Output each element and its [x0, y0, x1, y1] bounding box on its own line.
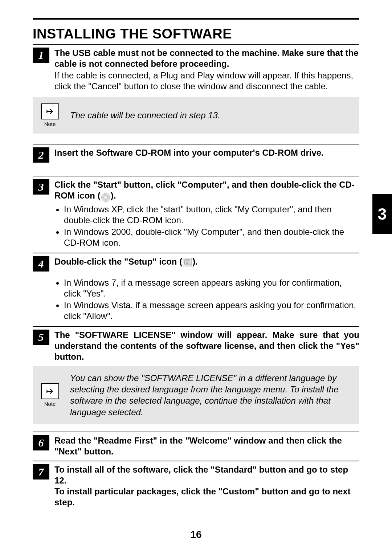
- note-icon-wrap: Note: [40, 383, 60, 407]
- step-number: 7: [33, 464, 49, 479]
- step-4: 4 Double-click the "Setup" icon (). In W…: [33, 256, 359, 322]
- step-heading: Click the "Start" button, click "Compute…: [54, 179, 359, 202]
- step-bullets: In Windows 7, if a message screen appear…: [54, 277, 359, 322]
- section-rule: [33, 253, 359, 253]
- section-rule: [33, 144, 359, 144]
- bullet-item: In Windows 7, if a message screen appear…: [64, 277, 359, 299]
- page-number: 16: [0, 529, 392, 540]
- bullet-item: In Windows XP, click the "start" button,…: [64, 204, 359, 226]
- note-pointer-icon: [41, 383, 59, 399]
- note-icon-wrap: Note: [40, 103, 60, 127]
- note-text: You can show the "SOFTWARE LICENSE" in a…: [70, 372, 352, 418]
- bullet-item: In Windows 2000, double-click "My Comput…: [64, 227, 359, 248]
- step-heading: Insert the Software CD-ROM into your com…: [54, 147, 359, 158]
- step-3: 3 Click the "Start" button, click "Compu…: [33, 179, 359, 249]
- step-7: 7 To install all of the software, click …: [33, 464, 359, 508]
- section-rule: [33, 326, 359, 327]
- step-number: 1: [33, 48, 49, 63]
- step-heading-text-a: Double-click the "Setup" icon (: [54, 257, 182, 266]
- note-label: Note: [40, 401, 60, 407]
- step-number: 3: [33, 179, 49, 195]
- section-rule: [33, 44, 359, 45]
- step-heading: The USB cable must not be connected to t…: [54, 48, 359, 69]
- section-rule: [33, 432, 359, 432]
- page-title: INSTALLING THE SOFTWARE: [33, 26, 359, 42]
- step-5: 5 The "SOFTWARE LICENSE" window will app…: [33, 330, 359, 362]
- step-number: 4: [33, 256, 49, 272]
- cd-rom-icon: [101, 193, 110, 202]
- step-heading-text-b: ).: [192, 257, 198, 266]
- manual-page: INSTALLING THE SOFTWARE 1 The USB cable …: [0, 0, 392, 555]
- note-box: Note You can show the "SOFTWARE LICENSE"…: [33, 366, 359, 424]
- step-number: 5: [33, 330, 49, 345]
- step-heading-text-a: Click the "Start" button, click "Compute…: [54, 180, 355, 200]
- bullet-item: In Windows Vista, if a message screen ap…: [64, 300, 359, 322]
- step-heading: The "SOFTWARE LICENSE" window will appea…: [54, 330, 359, 362]
- section-rule: [33, 176, 359, 176]
- step-1: 1 The USB cable must not be connected to…: [33, 48, 359, 92]
- step-heading: Read the "Readme First" in the "Welcome"…: [54, 435, 359, 457]
- step-number: 6: [33, 435, 49, 450]
- step-subtext: If the cable is connected, a Plug and Pl…: [54, 70, 359, 92]
- top-rule: [33, 18, 359, 20]
- setup-icon: [183, 258, 192, 266]
- step-number: 2: [33, 147, 49, 163]
- step-heading-text-b: ).: [111, 191, 116, 200]
- chapter-tab: 3: [372, 194, 392, 234]
- note-label: Note: [40, 121, 60, 127]
- step-heading: Double-click the "Setup" icon ().: [54, 256, 359, 267]
- svg-point-1: [105, 197, 106, 198]
- step-6: 6 Read the "Readme First" in the "Welcom…: [33, 435, 359, 457]
- section-rule: [33, 461, 359, 461]
- step-2: 2 Insert the Software CD-ROM into your c…: [33, 147, 359, 163]
- step-bullets: In Windows XP, click the "start" button,…: [54, 204, 359, 248]
- note-pointer-icon: [41, 103, 59, 119]
- note-text: The cable will be connected in step 13.: [70, 110, 352, 121]
- note-box: Note The cable will be connected in step…: [33, 97, 359, 134]
- step-heading: To install all of the software, click th…: [54, 464, 359, 508]
